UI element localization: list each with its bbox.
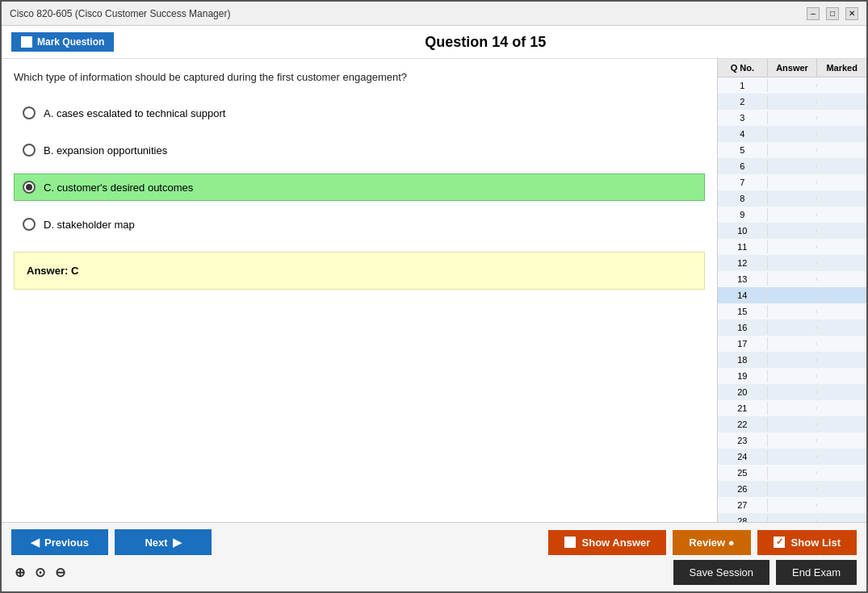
q-row[interactable]: 25: [718, 465, 866, 481]
q-cell-marked: [817, 100, 866, 103]
question-header: Question 14 of 15: [114, 34, 857, 51]
q-cell-answer: [768, 342, 818, 345]
q-row[interactable]: 20: [718, 384, 866, 400]
q-header-marked: Marked: [817, 59, 866, 77]
zoom-controls: ⊕ ⊙ ⊖: [11, 563, 69, 582]
q-cell-answer: [768, 116, 818, 119]
save-session-label: Save Session: [690, 566, 754, 578]
q-cell-answer: [768, 503, 818, 507]
q-row[interactable]: 15: [718, 303, 866, 319]
show-answer-label: Show Answer: [582, 537, 651, 549]
q-row[interactable]: 13: [718, 271, 866, 287]
q-cell-answer: [768, 84, 818, 87]
q-cell-marked: [817, 116, 866, 119]
content-area: Which type of information should be capt…: [2, 59, 866, 522]
mark-question-button[interactable]: Mark Question: [11, 32, 114, 52]
q-row[interactable]: 14: [718, 287, 866, 303]
end-exam-button[interactable]: End Exam: [776, 560, 857, 585]
zoom-in-button[interactable]: ⊕: [11, 563, 28, 582]
q-row[interactable]: 23: [718, 432, 866, 449]
q-row[interactable]: 18: [718, 352, 866, 368]
maximize-button[interactable]: □: [826, 7, 839, 20]
q-row[interactable]: 6: [718, 158, 866, 174]
q-cell-marked: [817, 278, 866, 281]
q-cell-marked: [817, 294, 866, 297]
titlebar-controls: – □ ✕: [807, 7, 858, 20]
q-cell-num: 22: [718, 418, 768, 431]
q-row[interactable]: 19: [718, 368, 866, 384]
q-cell-answer: [768, 487, 818, 491]
end-exam-label: End Exam: [792, 566, 841, 578]
q-cell-marked: [817, 390, 866, 394]
option-d-label: D. stakeholder map: [44, 219, 135, 231]
q-row[interactable]: 3: [718, 110, 866, 126]
q-row[interactable]: 16: [718, 319, 866, 336]
q-row[interactable]: 8: [718, 190, 866, 207]
q-cell-answer: [768, 294, 818, 297]
q-panel: Q No. Answer Marked 1 2 3 4 5 6: [717, 59, 866, 522]
q-row[interactable]: 28: [718, 513, 866, 522]
q-cell-answer: [768, 197, 818, 200]
q-row[interactable]: 11: [718, 239, 866, 255]
q-row[interactable]: 22: [718, 416, 866, 432]
q-cell-marked: [817, 358, 866, 361]
next-button[interactable]: Next ▶: [115, 529, 212, 555]
toolbar: Mark Question Question 14 of 15: [2, 26, 866, 59]
show-list-label: Show List: [791, 537, 841, 549]
save-session-button[interactable]: Save Session: [673, 560, 770, 585]
option-a[interactable]: A. cases escalated to technical support: [14, 99, 705, 127]
q-row[interactable]: 17: [718, 336, 866, 352]
q-cell-num: 10: [718, 224, 768, 237]
option-b-label: B. expansion opportunities: [44, 144, 167, 157]
q-cell-marked: [817, 229, 866, 232]
q-row[interactable]: 1: [718, 77, 866, 94]
q-cell-num: 8: [718, 192, 768, 205]
q-cell-answer: [768, 100, 818, 103]
q-row[interactable]: 21: [718, 400, 866, 416]
show-answer-button[interactable]: Show Answer: [548, 530, 667, 555]
q-cell-answer: [768, 310, 818, 313]
radio-c: [23, 181, 36, 194]
q-row[interactable]: 12: [718, 255, 866, 271]
q-cell-marked: [817, 326, 866, 329]
previous-button[interactable]: ◀ Previous: [11, 529, 108, 555]
q-row[interactable]: 9: [718, 207, 866, 223]
answer-box: Answer: C: [14, 252, 705, 290]
q-row[interactable]: 26: [718, 481, 866, 497]
q-cell-marked: [817, 455, 866, 458]
radio-a: [23, 106, 36, 119]
option-b[interactable]: B. expansion opportunities: [14, 136, 705, 164]
previous-label: Previous: [44, 537, 89, 549]
option-c[interactable]: C. customer's desired outcomes: [14, 173, 705, 201]
q-row[interactable]: 27: [718, 497, 866, 513]
close-button[interactable]: ✕: [845, 7, 858, 20]
q-cell-marked: [817, 342, 866, 345]
show-list-checkbox-icon: [774, 537, 785, 548]
q-cell-num: 14: [718, 289, 768, 302]
q-cell-marked: [817, 471, 866, 474]
q-cell-answer: [768, 148, 818, 152]
minimize-button[interactable]: –: [807, 7, 820, 20]
q-cell-marked: [817, 84, 866, 87]
zoom-out-button[interactable]: ⊖: [52, 563, 69, 582]
option-d[interactable]: D. stakeholder map: [14, 211, 705, 238]
q-cell-num: 27: [718, 499, 768, 512]
q-cell-num: 5: [718, 144, 768, 157]
q-row[interactable]: 7: [718, 174, 866, 190]
q-row[interactable]: 5: [718, 142, 866, 158]
review-button[interactable]: Review ●: [673, 530, 750, 555]
q-cell-marked: [817, 181, 866, 184]
q-list[interactable]: 1 2 3 4 5 6 7 8: [718, 77, 866, 522]
q-row[interactable]: 24: [718, 449, 866, 465]
q-row[interactable]: 10: [718, 223, 866, 239]
zoom-reset-button[interactable]: ⊙: [31, 563, 48, 582]
option-c-label: C. customer's desired outcomes: [44, 182, 193, 194]
option-a-label: A. cases escalated to technical support: [44, 107, 225, 119]
radio-d: [23, 218, 36, 231]
show-list-button[interactable]: Show List: [757, 530, 857, 555]
q-row[interactable]: 2: [718, 94, 866, 110]
q-cell-num: 7: [718, 176, 768, 189]
question-panel: Which type of information should be capt…: [2, 59, 717, 522]
q-cell-answer: [768, 358, 818, 361]
q-row[interactable]: 4: [718, 126, 866, 142]
